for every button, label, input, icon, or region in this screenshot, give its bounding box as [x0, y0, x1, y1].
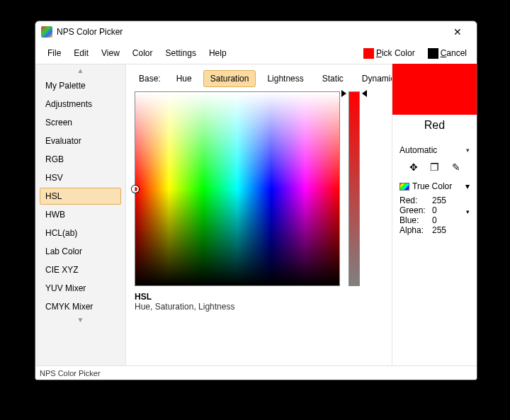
color-channels[interactable]: Red:255Green:0Blue:0Alpha:255 ▾ — [400, 194, 470, 237]
sidebar: ▲ My PaletteAdjustmentsScreenEvaluatorRG… — [35, 64, 126, 365]
copy-button[interactable]: ❐ — [429, 161, 441, 173]
app-window: NPS Color Picker ✕ File Edit View Color … — [35, 21, 477, 380]
sidebar-item-lab-color[interactable]: Lab Color — [40, 243, 121, 260]
menu-edit[interactable]: Edit — [67, 45, 95, 62]
slider-left-arrow-icon — [341, 90, 346, 97]
sidebar-item-adjustments[interactable]: Adjustments — [40, 96, 121, 113]
mode-description-subtitle: Hue, Saturation, Lightness — [135, 302, 392, 312]
truecolor-label: True Color — [412, 181, 452, 191]
sidebar-item-yuv-mixer[interactable]: YUV Mixer — [40, 280, 121, 297]
window-title: NPS Color Picker — [57, 27, 446, 37]
copy-icon: ❐ — [430, 161, 439, 173]
picker-area — [135, 91, 392, 286]
cancel-label: Cancel — [441, 48, 467, 58]
statusbar: NPS Color Picker — [35, 365, 477, 380]
sidebar-item-cie-xyz[interactable]: CIE XYZ — [40, 261, 121, 278]
channel-value: 0 — [432, 205, 437, 215]
menu-color[interactable]: Color — [126, 45, 159, 62]
channel-row: Blue:0 — [400, 215, 470, 225]
sidebar-item-screen[interactable]: Screen — [40, 114, 121, 131]
body: ▲ My PaletteAdjustmentsScreenEvaluatorRG… — [35, 64, 477, 365]
channel-key: Alpha: — [400, 225, 432, 235]
eyedropper-icon: ✥ — [409, 161, 418, 173]
sidebar-item-hsl[interactable]: HSL — [40, 188, 121, 205]
sidebar-item-hwb[interactable]: HWB — [40, 206, 121, 223]
tab-static[interactable]: Static — [315, 70, 351, 87]
window-close-button[interactable]: ✕ — [446, 23, 470, 40]
color-field[interactable] — [135, 91, 340, 286]
current-color-swatch — [392, 64, 477, 115]
menu-file[interactable]: File — [41, 45, 67, 62]
caret-down-icon: ▾ — [466, 147, 470, 154]
slider-right-arrow-icon — [362, 90, 367, 97]
channels-caret-icon: ▾ — [466, 208, 470, 215]
mode-description: HSL Hue, Saturation, Lightness — [135, 292, 392, 312]
saturation-slider[interactable] — [347, 91, 361, 286]
truecolor-dropdown[interactable]: True Color ▾ — [400, 178, 470, 194]
titlebar: NPS Color Picker ✕ — [35, 21, 477, 42]
truecolor-icon — [400, 183, 409, 191]
right-panel: Red Automatic ▾ ✥ ❐ ✎ True Color ▾ — [392, 64, 477, 365]
sidebar-item-rgb[interactable]: RGB — [40, 151, 121, 168]
channel-row: Green:0 — [400, 205, 470, 215]
caret-down-icon: ▾ — [465, 181, 470, 191]
eyedropper-button[interactable]: ✥ — [408, 161, 419, 173]
sidebar-scroll-up[interactable]: ▲ — [35, 67, 125, 77]
sidebar-scroll-down[interactable]: ▼ — [35, 317, 125, 327]
pick-color-button[interactable]: Pick Color — [359, 46, 419, 61]
sidebar-item-hcl-ab-[interactable]: HCL(ab) — [40, 225, 121, 242]
channel-row: Red:255 — [400, 195, 470, 205]
base-tabs: Base: HueSaturationLightnessStaticDynami… — [135, 70, 392, 87]
channel-key: Green: — [400, 205, 432, 215]
paste-button[interactable]: ✎ — [450, 161, 462, 173]
main-panel: Base: HueSaturationLightnessStaticDynami… — [126, 64, 392, 365]
paste-icon: ✎ — [452, 161, 460, 173]
color-field-cursor[interactable] — [132, 186, 139, 193]
statusbar-text: NPS Color Picker — [40, 369, 101, 378]
saturation-track — [348, 91, 360, 286]
cancel-button[interactable]: Cancel — [424, 46, 471, 61]
cancel-swatch — [428, 48, 438, 59]
channel-key: Blue: — [400, 215, 432, 225]
sidebar-item-hsv[interactable]: HSV — [40, 169, 121, 186]
pick-color-swatch — [363, 48, 374, 59]
base-label: Base: — [135, 71, 165, 86]
close-icon: ✕ — [453, 26, 462, 38]
sidebar-item-cmyk-mixer[interactable]: CMYK Mixer — [40, 298, 121, 315]
channel-value: 255 — [432, 225, 446, 235]
mode-dropdown[interactable]: Automatic ▾ — [400, 143, 470, 157]
channel-key: Red: — [400, 195, 432, 205]
tab-saturation[interactable]: Saturation — [203, 70, 256, 87]
menu-help[interactable]: Help — [203, 45, 233, 62]
mode-description-title: HSL — [135, 292, 392, 302]
app-icon — [41, 26, 52, 38]
menubar: File Edit View Color Settings Help Pick … — [35, 42, 477, 64]
tab-lightness[interactable]: Lightness — [260, 70, 310, 87]
tab-hue[interactable]: Hue — [169, 70, 199, 87]
sidebar-item-my-palette[interactable]: My Palette — [40, 77, 121, 94]
channel-row: Alpha:255 — [400, 225, 470, 235]
sidebar-item-evaluator[interactable]: Evaluator — [40, 132, 121, 149]
channel-value: 255 — [432, 195, 446, 205]
menu-settings[interactable]: Settings — [159, 45, 203, 62]
pick-color-label: Pick Color — [376, 48, 415, 58]
menu-view[interactable]: View — [95, 45, 126, 62]
current-color-name: Red — [392, 115, 477, 139]
channel-value: 0 — [432, 215, 437, 225]
mode-dropdown-label: Automatic — [400, 145, 437, 155]
